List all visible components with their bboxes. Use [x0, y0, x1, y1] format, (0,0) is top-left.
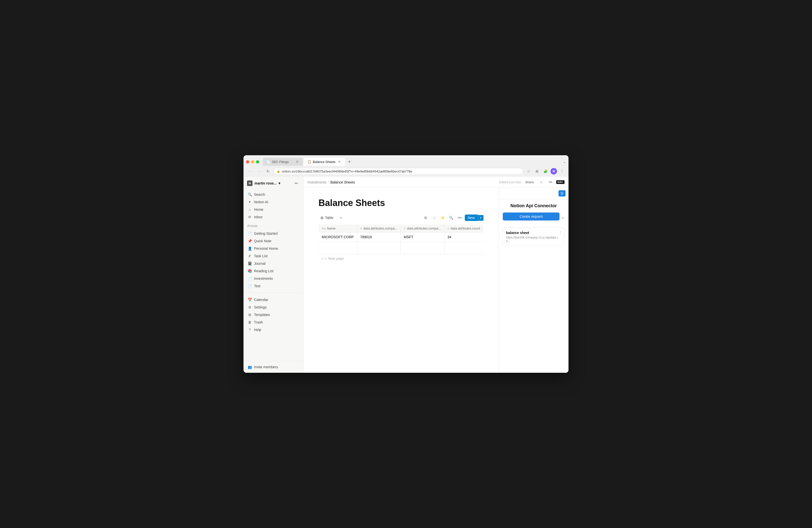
- fullscreen-button[interactable]: [256, 160, 259, 163]
- workspace-selector[interactable]: M martin rose... ▾: [247, 180, 280, 186]
- sidebar-item-inbox-label: Inbox: [254, 215, 262, 219]
- tab-sec-filings[interactable]: 📄 SEC Filings ✕: [263, 158, 303, 166]
- private-section-label: Private: [244, 222, 303, 229]
- sidebar-item-journal[interactable]: 📓 Journal: [246, 260, 301, 267]
- sidebar-item-templates-label: Templates: [254, 313, 270, 317]
- puzzle-button[interactable]: 🧩: [542, 168, 549, 175]
- table-header: Aa Name ≡ data.attributes.compa...: [319, 224, 483, 233]
- sidebar-item-reading-list[interactable]: 📚 Reading List: [246, 267, 301, 275]
- new-record-dropdown[interactable]: ▾: [478, 215, 483, 221]
- minimize-button[interactable]: [251, 160, 254, 163]
- invite-members-button[interactable]: 👥 Invite members: [246, 363, 301, 371]
- col2-label: data.attributes.compa...: [363, 226, 397, 230]
- sidebar-item-investments-label: Investments: [254, 277, 273, 280]
- sidebar-item-search[interactable]: 🔍 Search: [246, 191, 301, 198]
- col-header-name[interactable]: Aa Name: [319, 224, 357, 233]
- sidebar-item-getting-started[interactable]: 📄 Getting Started: [246, 230, 301, 237]
- new-page-row[interactable]: + + New page: [319, 254, 483, 263]
- sidebar-item-quick-note[interactable]: 📌 Quick Note: [246, 237, 301, 245]
- sidebar-item-calendar[interactable]: 📅 Calendar: [246, 296, 301, 304]
- new-record-button[interactable]: New: [465, 215, 478, 221]
- address-bar[interactable]: 🔒 notion.so/16bcccdbf17b8075a3eecf4408fd…: [274, 168, 523, 175]
- sidebar-item-home[interactable]: ⌂ Home: [246, 206, 301, 213]
- request-item-url: https://last10k-company-v1.p.rapidapi.co…: [506, 236, 561, 243]
- forward-button[interactable]: →: [256, 168, 262, 175]
- page-title: Balance Sheets: [319, 198, 483, 208]
- top-bar: Investments / Balance Sheets Edited just…: [304, 177, 568, 188]
- sidebar-item-help[interactable]: ? Help: [246, 326, 301, 334]
- sidebar-item-personal-home[interactable]: 👤 Personal Home: [246, 245, 301, 252]
- breadcrumb-parent[interactable]: Investments: [307, 180, 326, 184]
- col-header-4[interactable]: ≡ data.attributes.count: [444, 224, 483, 233]
- search-icon: 🔍: [247, 192, 252, 197]
- back-icon: ←: [248, 169, 252, 173]
- page-content: Balance Sheets ⊞ Table + ⚙: [304, 188, 498, 373]
- add-view-icon: +: [340, 216, 342, 220]
- cell-col3: MSFT: [401, 233, 444, 242]
- tab-balance-close[interactable]: ✕: [337, 160, 342, 164]
- search-button[interactable]: 🔍: [448, 214, 455, 221]
- right-panel: ☰ Notion Api Connector Create request ↻ …: [498, 188, 568, 373]
- col-header-2[interactable]: ≡ data.attributes.compa...: [357, 224, 401, 233]
- sidebar-item-task-list[interactable]: ✗ Task List: [246, 252, 301, 260]
- new-page-button[interactable]: ✏: [293, 180, 300, 187]
- new-tab-button[interactable]: +: [346, 158, 353, 166]
- create-request-button[interactable]: Create request: [503, 212, 560, 220]
- automation-button[interactable]: ⚡: [439, 214, 446, 221]
- sidebar-item-test[interactable]: 📄 Test: [246, 282, 301, 290]
- cell-col2: 789019: [357, 233, 401, 242]
- more-db-icon: •••: [458, 216, 462, 220]
- table-body: MICROSOFT CORP 789019 MSFT 34: [319, 233, 483, 254]
- sidebar-nav: 🔍 Search ✦ Notion AI ⌂ Home ✉ Inbox: [244, 190, 303, 222]
- investments-icon: 📄: [247, 276, 252, 281]
- tab-balance-sheets[interactable]: 📋 Balance Sheets ✕: [304, 158, 345, 166]
- trash-icon: 🗑: [247, 320, 252, 324]
- table-view-label: Table: [325, 216, 333, 220]
- task-list-icon: ✗: [247, 254, 252, 258]
- sidebar-item-inbox[interactable]: ✉ Inbox: [246, 213, 301, 221]
- filter-button[interactable]: ⚙: [422, 214, 429, 221]
- app-container: M martin rose... ▾ ✏ 🔍 Search ✦ Notion A…: [244, 177, 568, 373]
- invite-members-label: Invite members: [254, 365, 278, 369]
- sidebar-item-notion-ai[interactable]: ✦ Notion AI: [246, 198, 301, 206]
- panel-toggle-button[interactable]: ☰: [559, 190, 566, 196]
- tab-sec-close[interactable]: ✕: [295, 160, 299, 164]
- tab-dropdown[interactable]: ⌄: [563, 160, 566, 164]
- url-text: notion.so/16bcccdbf17b8075a3eecf4408fde6…: [282, 170, 520, 173]
- sidebar-item-settings[interactable]: ⚙ Settings: [246, 304, 301, 311]
- back-button[interactable]: ←: [246, 168, 253, 175]
- more-options-button[interactable]: •••: [547, 179, 554, 185]
- sidebar-item-trash-label: Trash: [254, 320, 263, 324]
- test-icon: 📄: [247, 284, 252, 288]
- extension-icon: ⊞: [536, 169, 538, 173]
- sidebar-item-templates[interactable]: ⊞ Templates: [246, 311, 301, 319]
- sidebar: M martin rose... ▾ ✏ 🔍 Search ✦ Notion A…: [244, 177, 304, 373]
- panel-refresh-icon[interactable]: ↻: [562, 216, 565, 220]
- more-db-button[interactable]: •••: [456, 214, 463, 221]
- reload-icon: ↻: [266, 169, 270, 173]
- star-button[interactable]: ☆: [525, 168, 532, 175]
- sidebar-item-reading-list-label: Reading List: [254, 269, 274, 273]
- col-header-3[interactable]: ≡ data.attributes.compa...: [401, 224, 444, 233]
- request-menu-button[interactable]: ⋮: [559, 230, 562, 234]
- profile-avatar[interactable]: M: [551, 168, 557, 175]
- browser-window: 📄 SEC Filings ✕ 📋 Balance Sheets ✕ + ⌄ ←…: [244, 155, 568, 373]
- col4-label: data.attributes.count: [451, 226, 480, 230]
- sidebar-item-trash[interactable]: 🗑 Trash: [246, 319, 301, 326]
- share-button[interactable]: Share: [523, 179, 536, 185]
- tab-bar: 📄 SEC Filings ✕ 📋 Balance Sheets ✕ + ⌄: [244, 155, 568, 166]
- table-view-button[interactable]: ⊞ Table: [319, 215, 335, 221]
- empty-col2-cell: [357, 242, 401, 254]
- table-row[interactable]: MICROSOFT CORP 789019 MSFT 34: [319, 233, 483, 242]
- menu-button[interactable]: ⋮: [559, 168, 566, 175]
- sort-button[interactable]: ↕: [431, 214, 438, 221]
- database-table: Aa Name ≡ data.attributes.compa...: [319, 224, 483, 254]
- star-page-button[interactable]: ☆: [538, 179, 545, 185]
- sidebar-item-investments[interactable]: 📄 Investments: [246, 275, 301, 282]
- add-view-button[interactable]: +: [337, 214, 344, 221]
- close-button[interactable]: [246, 160, 249, 163]
- home-icon: ⌂: [247, 207, 252, 212]
- breadcrumb: Investments / Balance Sheets: [307, 180, 355, 184]
- extension-button[interactable]: ⊞: [534, 168, 540, 175]
- reload-button[interactable]: ↻: [264, 168, 272, 175]
